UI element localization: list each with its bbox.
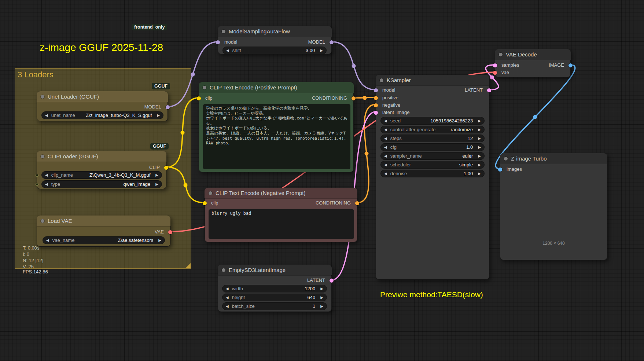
collapse-dot-icon[interactable] <box>499 53 503 56</box>
node-load-vae[interactable]: Load VAE VAE ◀ vae_name Z\ae.safetensors… <box>37 216 170 247</box>
socket-latent-output[interactable] <box>330 279 334 283</box>
socket-latent-image-input[interactable] <box>374 111 378 115</box>
decrement-icon[interactable]: ◀ <box>384 145 387 149</box>
node-cliploader-gguf[interactable]: CLIPLoader (GGUF) CLIP ◀ clip_name Z\Qwe… <box>37 151 166 189</box>
collapse-dot-icon[interactable] <box>41 219 44 223</box>
next-option-icon[interactable]: ▶ <box>158 238 161 242</box>
increment-icon[interactable]: ▶ <box>478 119 481 123</box>
widget-clip-name[interactable]: ◀ clip_name Z\Qwen_3_4b-Q3_K_M.gguf ▶ <box>41 171 162 179</box>
widget-vae-name[interactable]: ◀ vae_name Z\ae.safetensors ▶ <box>43 236 165 244</box>
collapse-dot-icon[interactable] <box>380 78 383 82</box>
collapse-dot-icon[interactable] <box>504 157 508 161</box>
node-header[interactable]: ModelSamplingAuraFlow <box>218 26 332 37</box>
widget-batch-size[interactable]: ◀ batch_size 1 ▶ <box>222 302 327 310</box>
widget-steps[interactable]: ◀ steps 12 ▶ <box>380 135 485 142</box>
next-option-icon[interactable]: ▶ <box>155 173 158 177</box>
group-resize-handle[interactable] <box>186 263 191 268</box>
node-header[interactable]: Z-image Turbo <box>500 153 607 164</box>
node-header[interactable]: CLIP Text Encode (Positive Prompt) <box>199 82 354 93</box>
socket-model-input[interactable] <box>374 88 378 92</box>
decrement-icon[interactable]: ◀ <box>226 295 229 299</box>
socket-model-input[interactable] <box>216 40 220 44</box>
increment-icon[interactable]: ▶ <box>320 287 323 291</box>
collapse-dot-icon[interactable] <box>209 191 212 195</box>
widget-height[interactable]: ◀ height 640 ▶ <box>222 294 327 301</box>
socket-model-output[interactable] <box>166 105 170 109</box>
socket-clip-input[interactable] <box>197 96 201 100</box>
prev-option-icon[interactable]: ◀ <box>45 113 48 117</box>
node-unet-loader-gguf[interactable]: Unet Loader (GGUF) MODEL ◀ unet_name Z\z… <box>37 91 168 121</box>
next-option-icon[interactable]: ▶ <box>478 163 481 167</box>
widget-sampler-name[interactable]: ◀ sampler_name euler ▶ <box>380 152 485 160</box>
socket-vae-input[interactable] <box>493 71 497 75</box>
decrement-icon[interactable]: ◀ <box>226 48 229 52</box>
socket-conditioning-output[interactable] <box>352 96 356 100</box>
increment-icon[interactable]: ▶ <box>478 136 481 140</box>
prompt-textarea[interactable]: 学校のガラス張りの廊下から、高校化学の実験室を見学。 実験室内には、ビーカーや薬… <box>203 104 350 169</box>
node-vae-decode[interactable]: VAE Decode samples vae IMAGE <box>495 49 571 77</box>
socket-clip-output[interactable] <box>164 166 168 170</box>
widget-scheduler[interactable]: ◀ scheduler simple ▶ <box>380 161 485 169</box>
node-clip-text-encode-positive[interactable]: CLIP Text Encode (Positive Prompt) clip … <box>199 82 354 172</box>
decrement-icon[interactable]: ◀ <box>384 172 387 176</box>
prompt-textarea[interactable]: blurry ugly bad <box>209 209 354 239</box>
increment-icon[interactable]: ▶ <box>478 145 481 149</box>
decrement-icon[interactable]: ◀ <box>226 287 229 291</box>
widget-seed[interactable]: ◀ seed 1059198624286223 ▶ <box>380 117 485 125</box>
increment-icon[interactable]: ▶ <box>320 295 323 299</box>
collapse-dot-icon[interactable] <box>203 86 206 89</box>
socket-image-output[interactable] <box>568 63 573 67</box>
node-header[interactable]: CLIPLoader (GGUF) <box>37 151 166 162</box>
node-emptysd3latentimage[interactable]: EmptySD3LatentImage LATENT ◀ width 1200 … <box>218 265 332 312</box>
next-option-icon[interactable]: ▶ <box>478 128 481 132</box>
increment-icon[interactable]: ▶ <box>478 172 481 176</box>
widget-width[interactable]: ◀ width 1200 ▶ <box>222 285 327 292</box>
socket-vae-output[interactable] <box>168 230 172 234</box>
prev-option-icon[interactable]: ◀ <box>45 182 48 186</box>
prev-option-icon[interactable]: ◀ <box>45 173 48 177</box>
node-clip-text-encode-negative[interactable]: CLIP Text Encode (Negative Prompt) clip … <box>205 188 357 242</box>
increment-icon[interactable]: ▶ <box>320 304 323 308</box>
node-graph-canvas[interactable]: 3 Loaders T: 0.00s I: 0 N: 12 [12] V: 25… <box>0 0 644 361</box>
widget-denoise[interactable]: ◀ denoise 1.00 ▶ <box>380 170 485 177</box>
collapse-dot-icon[interactable] <box>41 95 44 99</box>
collapse-dot-icon[interactable] <box>222 268 225 272</box>
socket-positive-input[interactable] <box>374 96 378 100</box>
node-header[interactable]: KSampler <box>376 75 489 85</box>
prev-option-icon[interactable]: ◀ <box>384 154 387 158</box>
widget-input-socket[interactable] <box>36 174 38 177</box>
next-option-icon[interactable]: ▶ <box>155 182 158 186</box>
node-header[interactable]: Unet Loader (GGUF) <box>37 91 168 102</box>
collapse-dot-icon[interactable] <box>222 30 225 33</box>
widget-control-after-generate[interactable]: ◀ control after generate randomize ▶ <box>380 126 485 133</box>
socket-model-output[interactable] <box>330 40 334 44</box>
node-header[interactable]: EmptySD3LatentImage <box>218 265 332 275</box>
decrement-icon[interactable]: ◀ <box>384 119 387 123</box>
next-option-icon[interactable]: ▶ <box>157 113 160 117</box>
widget-type[interactable]: ◀ type qwen_image ▶ <box>41 180 162 188</box>
collapse-dot-icon[interactable] <box>41 155 44 158</box>
socket-latent-output[interactable] <box>487 88 491 92</box>
decrement-icon[interactable]: ◀ <box>384 136 387 140</box>
widget-cfg[interactable]: ◀ cfg 1.0 ▶ <box>380 143 485 151</box>
socket-images-input[interactable] <box>498 167 502 172</box>
next-option-icon[interactable]: ▶ <box>478 154 481 158</box>
node-header[interactable]: Load VAE <box>37 216 170 226</box>
group-title[interactable]: 3 Loaders <box>18 70 54 80</box>
node-header[interactable]: VAE Decode <box>495 49 571 60</box>
node-modelsamplingauraflow[interactable]: ModelSamplingAuraFlow model MODEL ◀ shif… <box>218 26 332 54</box>
prev-option-icon[interactable]: ◀ <box>46 238 49 242</box>
increment-icon[interactable]: ▶ <box>320 48 323 52</box>
node-header[interactable]: CLIP Text Encode (Negative Prompt) <box>205 188 357 198</box>
widget-unet-name[interactable]: ◀ unet_name Z\z_image_turbo-Q3_K_S.gguf … <box>41 111 163 119</box>
decrement-icon[interactable]: ◀ <box>226 304 229 308</box>
widget-shift[interactable]: ◀ shift 3.00 ▶ <box>222 47 327 54</box>
node-z-image-turbo-preview[interactable]: Z-image Turbo images 1200 × 640 <box>500 153 607 260</box>
widget-input-socket[interactable] <box>36 183 38 186</box>
prev-option-icon[interactable]: ◀ <box>384 163 387 167</box>
prev-option-icon[interactable]: ◀ <box>384 128 387 132</box>
socket-samples-input[interactable] <box>493 63 497 67</box>
socket-conditioning-output[interactable] <box>355 201 359 205</box>
node-ksampler[interactable]: KSampler model positive negative latent_… <box>376 75 489 280</box>
socket-clip-input[interactable] <box>203 201 207 205</box>
